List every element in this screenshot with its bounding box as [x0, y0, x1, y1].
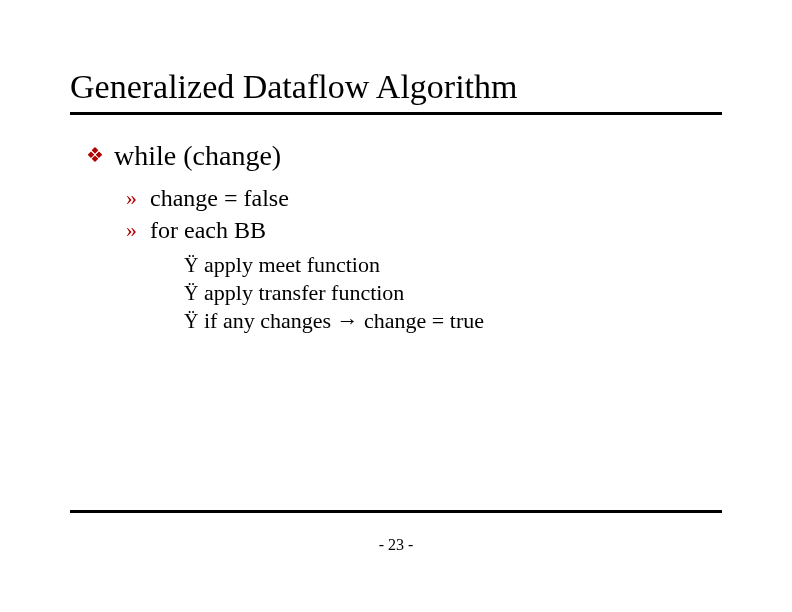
bullet-text: for each BB [150, 216, 266, 244]
bullet-level3: Ÿ apply meet function [184, 252, 706, 278]
slide: Generalized Dataflow Algorithm ❖ while (… [0, 0, 792, 612]
bullet-level3: Ÿ apply transfer function [184, 280, 706, 306]
text-post: change = true [359, 308, 484, 333]
bullet-text: change = false [150, 184, 289, 212]
bullet-text: apply meet function [204, 252, 380, 278]
arrow-icon: → [337, 308, 359, 333]
level2-group: » change = false » for each BB Ÿ apply m… [126, 184, 706, 334]
level3-group: Ÿ apply meet function Ÿ apply transfer f… [184, 252, 706, 334]
bullet-level2: » change = false [126, 184, 706, 212]
bullet-text: apply transfer function [204, 280, 404, 306]
raquo-bullet-icon: » [126, 216, 150, 244]
y-bullet-icon: Ÿ [184, 308, 204, 334]
text-pre: if any changes [204, 308, 337, 333]
raquo-bullet-icon: » [126, 184, 150, 212]
bullet-text: while (change) [114, 140, 281, 172]
diamond-bullet-icon: ❖ [86, 140, 114, 170]
title-underline [70, 112, 722, 115]
y-bullet-icon: Ÿ [184, 280, 204, 306]
title-block: Generalized Dataflow Algorithm [70, 68, 722, 115]
slide-content: ❖ while (change) » change = false » for … [86, 140, 706, 336]
page-number: - 23 - [0, 536, 792, 554]
footer-rule [70, 510, 722, 513]
bullet-level2: » for each BB [126, 216, 706, 244]
bullet-text: if any changes → change = true [204, 308, 484, 334]
bullet-level3: Ÿ if any changes → change = true [184, 308, 706, 334]
y-bullet-icon: Ÿ [184, 252, 204, 278]
bullet-level1: ❖ while (change) [86, 140, 706, 172]
slide-title: Generalized Dataflow Algorithm [70, 68, 722, 106]
